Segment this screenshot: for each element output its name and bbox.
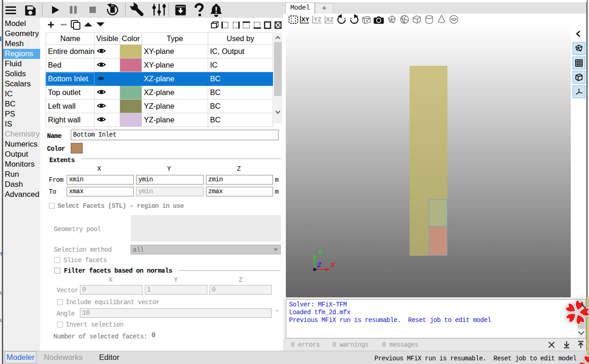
svg-text:Y: Y: [318, 249, 323, 256]
svg-text:XZ: XZ: [326, 16, 334, 23]
svg-text:X: X: [330, 261, 336, 269]
svg-text:XY: XY: [301, 16, 310, 23]
svg-text:YZ: YZ: [314, 16, 321, 23]
svg-text:Z: Z: [317, 261, 321, 269]
